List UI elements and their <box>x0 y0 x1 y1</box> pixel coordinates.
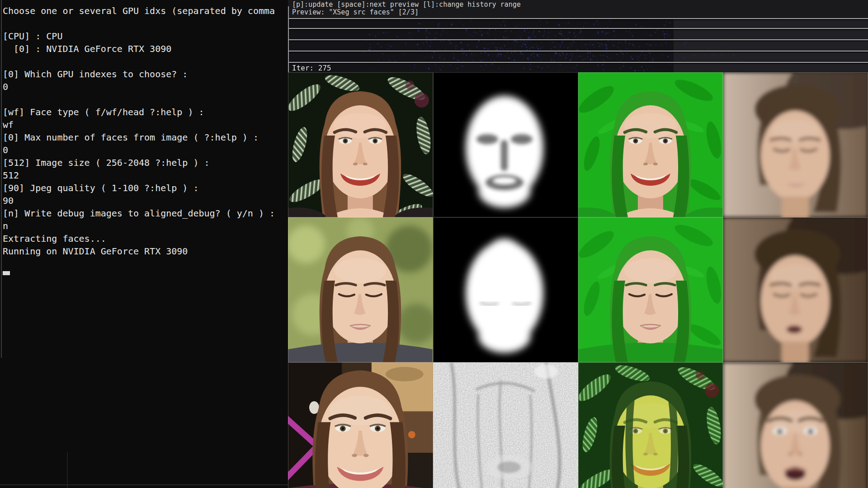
terminal-bottom-line <box>0 484 288 485</box>
preview-face-grid <box>288 72 868 488</box>
preview-cell-src-photo-3 <box>288 362 433 488</box>
preview-left-border <box>288 6 289 72</box>
preview-window[interactable]: [p]:update [space]:next preview [l]:chan… <box>288 0 868 488</box>
screen: Choose one or several GPU idxs (separate… <box>0 0 868 488</box>
terminal-output: Choose one or several GPU idxs (separate… <box>0 0 288 258</box>
preview-cell-xseg-overlay-2 <box>578 217 723 362</box>
preview-hotkeys: [p]:update [space]:next preview [l]:chan… <box>292 1 521 9</box>
preview-cell-predicted-3 <box>723 362 868 488</box>
preview-cell-xseg-mask-1 <box>433 72 578 217</box>
preview-cell-xseg-hipass-3 <box>433 362 578 488</box>
preview-cell-xseg-overlay-3 <box>578 362 723 488</box>
preview-cell-xseg-mask-2 <box>433 217 578 362</box>
preview-title: Preview: "XSeg src faces" [2/3] <box>292 9 419 16</box>
preview-cell-src-photo-1 <box>288 72 433 217</box>
preview-cell-predicted-2 <box>723 217 868 362</box>
terminal-border <box>1 0 2 358</box>
terminal-edge-line <box>67 452 68 488</box>
terminal-window[interactable]: Choose one or several GPU idxs (separate… <box>0 0 288 488</box>
loss-history-dots <box>288 18 868 72</box>
preview-cell-xseg-overlay-1 <box>578 72 723 217</box>
iteration-counter: Iter: 275 <box>292 64 331 72</box>
preview-cell-predicted-1 <box>723 72 868 217</box>
preview-cell-src-photo-2 <box>288 217 433 362</box>
terminal-cursor <box>3 271 10 275</box>
